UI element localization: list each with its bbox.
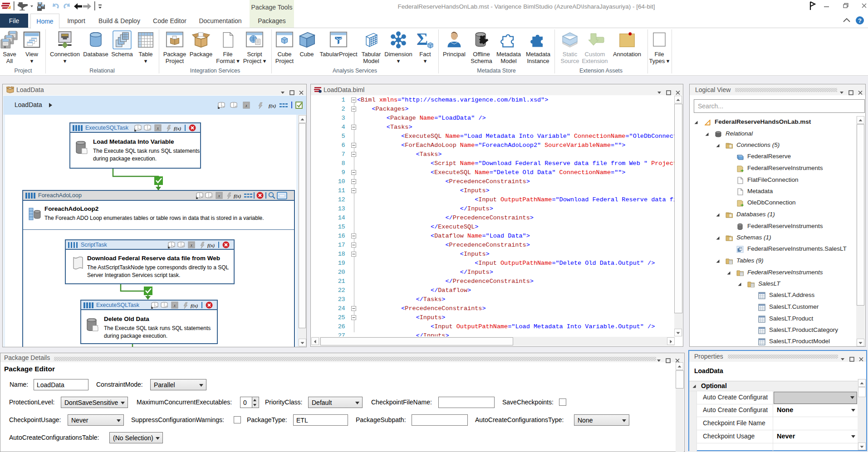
svg-text:Σ: Σ <box>417 30 428 49</box>
svg-text:?: ? <box>858 17 862 24</box>
